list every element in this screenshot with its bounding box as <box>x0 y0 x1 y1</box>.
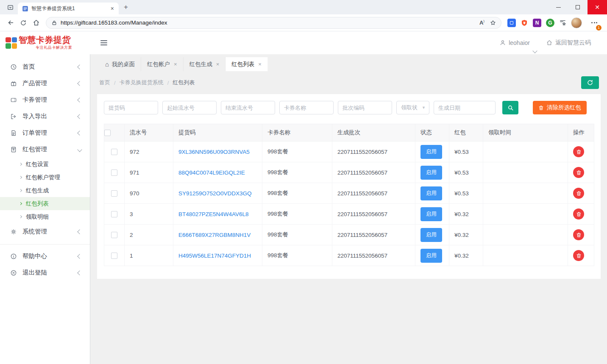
clear-selected-button[interactable]: 清除所选红包 <box>533 101 587 114</box>
back-icon[interactable] <box>4 17 17 29</box>
pickup-code-link[interactable]: SY91259O752O0VDDX3GQ <box>178 190 252 197</box>
serial-end-input[interactable] <box>221 101 275 114</box>
read-aloud-icon[interactable]: A) <box>476 17 487 28</box>
pickup-code-link[interactable]: H495W56LE17N74GFYD1H <box>178 253 251 259</box>
sidebar-item-home[interactable]: 首页 <box>0 58 90 75</box>
row-checkbox[interactable] <box>111 253 117 259</box>
claim-time-cell <box>483 142 568 162</box>
profile-avatar[interactable] <box>571 17 582 28</box>
row-checkbox[interactable] <box>111 169 117 176</box>
username-text: leohaior <box>509 39 530 46</box>
row-checkbox[interactable] <box>111 211 117 217</box>
row-checkbox[interactable] <box>111 149 117 155</box>
pickup-code-link[interactable]: 9XL36NN596U09O3RNVA5 <box>178 149 250 155</box>
status-enable-button[interactable]: 启用 <box>420 228 442 242</box>
user-icon <box>499 39 506 46</box>
tab-redpacket-generate[interactable]: 红包生成 × <box>184 57 226 71</box>
sidebar-item-system-management[interactable]: 系统管理 <box>0 223 90 240</box>
address-bar[interactable]: https://giftcard.165183.com/Manage/index… <box>46 17 501 29</box>
shield-extension-icon[interactable] <box>521 19 528 27</box>
extension-n-icon[interactable]: N <box>533 19 541 27</box>
tab-actions-icon[interactable] <box>4 1 16 13</box>
pickup-code-link[interactable]: 88Q94C0074L9EIGQL2IE <box>178 169 245 176</box>
card-name-input[interactable] <box>279 101 334 114</box>
delete-button[interactable] <box>573 188 584 199</box>
sidebar-toggle-icon[interactable] <box>100 40 107 45</box>
maximize-button[interactable] <box>568 0 588 14</box>
delete-button[interactable] <box>573 229 584 240</box>
tab-redpacket-list[interactable]: 红包列表 × <box>226 57 268 71</box>
user-menu[interactable]: leohaior <box>499 39 530 46</box>
submenu-item-redpacket-list[interactable]: 红包列表 <box>0 197 90 210</box>
status-enable-button[interactable]: 启用 <box>420 166 442 180</box>
chevron-right-icon <box>19 163 22 166</box>
browser-tabstrip: 智慧卡券提货系统1 × + ✕ <box>0 0 607 14</box>
serial-cell: 3 <box>125 204 173 225</box>
generate-date-input[interactable] <box>434 101 496 114</box>
breadcrumb-home[interactable]: 首页 <box>99 79 110 86</box>
table-row: 1 H495W56LE17N74GFYD1H 998套餐 22071115520… <box>104 245 594 266</box>
delete-button[interactable] <box>573 250 584 261</box>
sidebar-item-card-management[interactable]: 卡券管理 <box>0 92 90 108</box>
extension-green-icon[interactable]: G <box>546 19 554 27</box>
submenu-item-redpacket-settings[interactable]: 红包设置 <box>0 158 90 171</box>
select-all-checkbox[interactable] <box>104 130 111 136</box>
tab-close-icon[interactable]: × <box>109 5 115 12</box>
pickup-code-link[interactable]: BT48027PZE5N4W4AV6L8 <box>178 211 249 217</box>
user-menu-chevron-icon[interactable] <box>532 48 537 53</box>
submenu-item-redpacket-generate[interactable]: 红包生成 <box>0 184 90 197</box>
breadcrumb-system[interactable]: 卡券兑换提货系统 <box>120 79 164 86</box>
delete-button[interactable] <box>573 167 584 178</box>
tab-close-icon[interactable]: × <box>258 61 262 67</box>
close-window-button[interactable]: ✕ <box>588 0 607 14</box>
filter-bar: 领取状 ▼ 清除所选红包 <box>104 101 594 114</box>
chevron-right-icon <box>19 189 22 192</box>
tab-close-icon[interactable]: × <box>216 61 220 67</box>
pickup-code-input[interactable] <box>104 101 158 114</box>
row-checkbox[interactable] <box>111 232 117 238</box>
list-panel: 领取状 ▼ 清除所选红包 <box>97 94 601 279</box>
row-checkbox[interactable] <box>111 190 117 197</box>
favorites-hub-icon[interactable] <box>559 19 566 26</box>
extension-blue-icon[interactable] <box>507 19 516 27</box>
header-actions: 操作 <box>568 124 594 142</box>
status-enable-button[interactable]: 启用 <box>420 186 442 200</box>
pickup-code-link[interactable]: E666T689X27RGBM8NH1V <box>178 232 251 238</box>
search-button[interactable] <box>502 101 518 114</box>
tab-close-icon[interactable]: × <box>174 61 177 67</box>
new-tab-button[interactable]: + <box>124 3 128 11</box>
sidebar-item-logout[interactable]: 退出登陆 <box>0 264 90 281</box>
status-enable-button[interactable]: 启用 <box>420 145 442 159</box>
submenu-item-redpacket-accounts[interactable]: 红包帐户管理 <box>0 171 90 184</box>
extensions-row: N G 1 <box>507 17 600 29</box>
table-row: 3 BT48027PZE5N4W4AV6L8 998套餐 22071115520… <box>104 204 594 225</box>
refresh-icon[interactable] <box>17 17 30 29</box>
submenu-item-claim-details[interactable]: 领取明细 <box>0 210 90 223</box>
return-cloud-link[interactable]: 返回智慧云码 <box>546 39 591 47</box>
sidebar-item-help-center[interactable]: 帮助中心 <box>0 248 90 264</box>
red-packet-icon <box>10 146 17 153</box>
serial-start-input[interactable] <box>162 101 217 114</box>
batch-code-input[interactable] <box>338 101 392 114</box>
add-favorite-icon[interactable] <box>487 17 498 28</box>
home-icon[interactable] <box>30 17 42 29</box>
sidebar-item-order-management[interactable]: 订单管理 <box>0 125 90 141</box>
delete-button[interactable] <box>573 208 584 220</box>
chevron-left-icon <box>77 97 82 102</box>
page-refresh-button[interactable] <box>581 76 599 89</box>
sidebar-item-redpacket-management[interactable]: 红包管理 <box>0 141 90 158</box>
amount-cell: ¥0.53 <box>449 162 483 183</box>
claim-status-select[interactable]: 领取状 ▼ <box>396 101 429 114</box>
browser-tab[interactable]: 智慧卡券提货系统1 × <box>18 3 119 14</box>
delete-button[interactable] <box>573 146 584 157</box>
chevron-left-icon <box>77 114 82 119</box>
settings-menu-icon[interactable]: 1 <box>588 17 600 29</box>
status-enable-button[interactable]: 启用 <box>420 249 442 263</box>
status-enable-button[interactable]: 启用 <box>420 207 442 221</box>
sidebar-item-product-management[interactable]: 产品管理 <box>0 75 90 92</box>
tab-my-desktop[interactable]: ⌂ 我的桌面 <box>99 57 141 71</box>
minimize-button[interactable] <box>549 0 568 14</box>
sidebar-item-import-export[interactable]: 导入导出 <box>0 108 90 125</box>
chevron-right-icon <box>19 202 22 205</box>
tab-redpacket-accounts[interactable]: 红包帐户 × <box>141 57 184 71</box>
